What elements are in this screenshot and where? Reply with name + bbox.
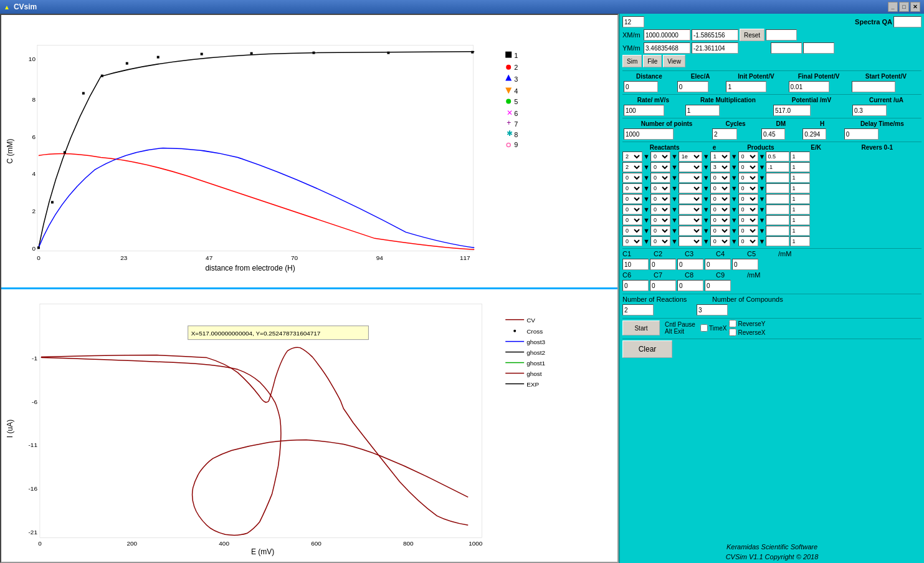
r4-2[interactable]: 0 <box>650 183 670 193</box>
rate-input[interactable] <box>624 105 664 116</box>
reversex-checkbox[interactable] <box>729 329 736 336</box>
c2-input[interactable] <box>650 259 676 270</box>
reversey-checkbox[interactable] <box>729 320 736 327</box>
r5-rev[interactable] <box>790 194 810 204</box>
r4-1[interactable]: 0 <box>622 183 642 193</box>
r2-rev-input[interactable] <box>790 162 810 172</box>
r1-p1-select[interactable]: 1023 <box>710 152 730 161</box>
r4-rev[interactable] <box>790 183 810 193</box>
r9-p2[interactable]: 0 <box>738 236 758 246</box>
final-potent-input[interactable] <box>789 81 829 92</box>
r8-p2[interactable]: 0 <box>738 226 758 236</box>
r2-1-select[interactable]: 201 <box>622 162 642 172</box>
current-input[interactable] <box>852 105 887 116</box>
ym-input1[interactable] <box>644 42 690 54</box>
cycles-input[interactable] <box>712 128 737 140</box>
close-button[interactable]: ✕ <box>910 2 920 12</box>
r5-2[interactable]: 0 <box>650 194 670 204</box>
r6-p1[interactable]: 0 <box>710 205 730 214</box>
r6-1[interactable]: 0 <box>622 205 642 214</box>
num-compounds-input[interactable] <box>697 304 728 315</box>
r3-p2[interactable]: 0 <box>738 173 758 183</box>
c5-input[interactable] <box>732 259 758 270</box>
c8-input[interactable] <box>677 280 703 291</box>
r7-1[interactable]: 0 <box>622 215 642 225</box>
start-potent-input[interactable] <box>852 81 895 92</box>
c3-input[interactable] <box>677 259 703 270</box>
elec-input[interactable] <box>677 81 708 92</box>
view-menu[interactable]: View <box>663 55 685 67</box>
r7-p2[interactable]: 0 <box>738 215 758 225</box>
r4-e[interactable] <box>679 183 702 193</box>
r7-2[interactable]: 0 <box>650 215 670 225</box>
r4-p2[interactable]: 0 <box>738 183 758 193</box>
r3-1[interactable]: 0 <box>622 173 642 183</box>
r9-p1[interactable]: 0 <box>710 236 730 246</box>
r3-rev[interactable] <box>790 173 810 183</box>
r7-ek[interactable] <box>766 215 789 225</box>
r1-p2-select[interactable]: 012 <box>738 152 758 161</box>
r8-rev[interactable] <box>790 226 810 236</box>
r4-ek[interactable] <box>766 183 789 193</box>
num-reactions-input[interactable] <box>622 304 654 315</box>
maximize-button[interactable]: □ <box>899 2 909 12</box>
r7-e[interactable] <box>679 215 702 225</box>
r3-p1[interactable]: 0 <box>710 173 730 183</box>
r5-e[interactable] <box>679 194 702 204</box>
extra-input2[interactable] <box>771 42 802 54</box>
r7-p1[interactable]: 0 <box>710 215 730 225</box>
r6-e[interactable] <box>679 205 702 214</box>
potential-input[interactable] <box>773 105 811 116</box>
r3-2[interactable]: 0 <box>650 173 670 183</box>
r1-2-select[interactable]: 012 <box>650 152 670 161</box>
r8-1[interactable]: 0 <box>622 226 642 236</box>
num-points-input[interactable] <box>624 128 674 140</box>
r2-ek-input[interactable] <box>766 162 789 172</box>
xm-input1[interactable] <box>644 29 690 41</box>
r1-rev-input[interactable] <box>790 152 810 161</box>
c1-input[interactable] <box>622 259 649 270</box>
start-button[interactable]: Start <box>622 320 660 335</box>
r9-rev[interactable] <box>790 236 810 246</box>
r9-1[interactable]: 0 <box>622 236 642 246</box>
r5-p1[interactable]: 0 <box>710 194 730 204</box>
delay-input[interactable] <box>844 128 879 140</box>
r2-p2-select[interactable]: 01 <box>738 162 758 172</box>
c7-input[interactable] <box>650 280 676 291</box>
spectra-num-input[interactable]: 12 <box>622 16 644 27</box>
r3-e[interactable] <box>679 173 702 183</box>
timex-checkbox[interactable] <box>700 324 708 332</box>
c9-input[interactable] <box>705 280 731 291</box>
r3-ek[interactable] <box>766 173 789 183</box>
reset-button[interactable]: Reset <box>740 29 764 41</box>
r8-e[interactable] <box>679 226 702 236</box>
h-input[interactable] <box>803 128 826 140</box>
r6-p2[interactable]: 0 <box>738 205 758 214</box>
r7-rev[interactable] <box>790 215 810 225</box>
r8-2[interactable]: 0 <box>650 226 670 236</box>
c6-input[interactable] <box>622 280 649 291</box>
r2-e-select[interactable]: 1e <box>679 162 702 172</box>
spectra-value-input[interactable] <box>893 16 922 27</box>
r6-ek[interactable] <box>766 205 789 214</box>
extra-input1[interactable] <box>766 29 797 41</box>
clear-button[interactable]: Clear <box>622 340 672 358</box>
r8-p1[interactable]: 0 <box>710 226 730 236</box>
sim-menu[interactable]: Sim <box>622 55 642 67</box>
ym-input2[interactable] <box>692 42 738 54</box>
rate-mult-input[interactable] <box>685 105 720 116</box>
c4-input[interactable] <box>705 259 731 270</box>
r8-ek[interactable] <box>766 226 789 236</box>
r1-e-select[interactable]: 1e2e0 <box>679 152 702 161</box>
r9-ek[interactable] <box>766 236 789 246</box>
r1-1-select[interactable]: 2013 <box>622 152 642 161</box>
dm-input[interactable] <box>761 128 785 140</box>
extra-input3[interactable] <box>803 42 834 54</box>
xm-input2[interactable] <box>692 29 738 41</box>
r1-ek-input[interactable] <box>766 152 789 161</box>
r2-p1-select[interactable]: 301 <box>710 162 730 172</box>
file-menu[interactable]: File <box>643 55 662 67</box>
minimize-button[interactable]: _ <box>888 2 898 12</box>
r6-2[interactable]: 0 <box>650 205 670 214</box>
r4-p1[interactable]: 0 <box>710 183 730 193</box>
